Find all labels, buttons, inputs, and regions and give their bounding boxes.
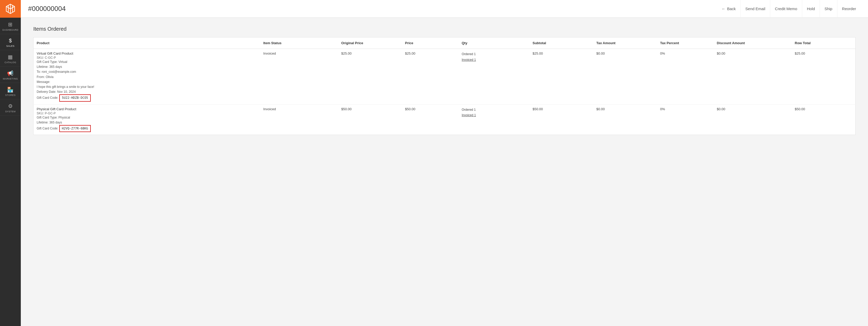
sidebar-item-catalog[interactable]: ▦ CATALOG [0,50,21,67]
sidebar-item-dashboard-label: DASHBOARD [2,29,19,31]
content-area: Items Ordered Product Item Status Origin… [21,18,868,326]
row-total-cell: $50.00 [792,104,855,135]
gift-card-code: H2VQ-Z77R-6BKG [59,125,91,132]
product-name: Physical Gift Card Product [37,107,257,111]
qty-cell: Ordered 1 Invoiced 1 [459,49,530,104]
reorder-button[interactable]: Reorder [837,0,861,18]
product-sku: SKU: C-GC-P [37,56,257,60]
col-header-subtotal: Subtotal [529,37,593,49]
col-header-discount-amount: Discount Amount [714,37,792,49]
sidebar-item-marketing[interactable]: 📢 MARKETING [0,67,21,83]
qty-ordered: Ordered 1 [462,52,527,57]
reorder-label: Reorder [842,6,856,11]
stores-icon: 🏪 [7,87,14,93]
col-header-price: Price [402,37,459,49]
col-header-tax-amount: Tax Amount [593,37,657,49]
product-detail: From: Olivia [37,75,257,79]
product-detail: To: roni_cost@example.com [37,69,257,74]
product-sku: SKU: P-GC-P [37,111,257,115]
discount-amount-cell: $0.00 [714,104,792,135]
status-badge: Invoiced [264,52,276,55]
sidebar-item-stores-label: STORES [5,94,16,96]
col-header-original-price: Original Price [338,37,402,49]
system-icon: ⚙ [8,103,13,109]
price-cell: $50.00 [402,104,459,135]
gift-card-code: 5U22-HDZB-DCO5 [59,94,91,101]
col-header-product: Product [34,37,260,49]
credit-memo-button[interactable]: Credit Memo [770,0,802,18]
gift-code-row: Gift Card Code: 5U22-HDZB-DCO5 [37,94,257,101]
back-arrow-icon: ← [722,6,725,11]
topbar: #000000004 ← Back Send Email Credit Memo… [21,0,868,18]
ship-label: Ship [825,6,832,11]
sidebar-item-sales-label: SALES [6,45,14,47]
product-detail: Gift Card Type: Virtual [37,60,257,64]
qty-cell: Ordered 1 Invoiced 1 [459,104,530,135]
tax-percent-cell: 0% [657,104,714,135]
sidebar-item-marketing-label: MARKETING [3,77,18,80]
col-header-row-total: Row Total [792,37,855,49]
credit-memo-label: Credit Memo [775,6,797,11]
discount-amount-cell: $0.00 [714,49,792,104]
sidebar-item-sales[interactable]: $ SALES [0,34,21,50]
col-header-tax-percent: Tax Percent [657,37,714,49]
sidebar: ⊞ DASHBOARD $ SALES ▦ CATALOG 📢 MARKETIN… [0,0,21,326]
hold-button[interactable]: Hold [802,0,819,18]
sidebar-item-catalog-label: CATALOG [4,61,16,64]
row-total-cell: $25.00 [792,49,855,104]
gift-code-row: Gift Card Code: H2VQ-Z77R-6BKG [37,125,257,132]
price-cell: $25.00 [402,49,459,104]
main-area: #000000004 ← Back Send Email Credit Memo… [21,0,868,326]
tax-percent-cell: 0% [657,49,714,104]
sidebar-item-system[interactable]: ⚙ SYSTEM [0,99,21,116]
product-detail: Lifetime: 365 days [37,64,257,69]
send-email-button[interactable]: Send Email [740,0,770,18]
back-button[interactable]: ← Back [717,0,740,18]
product-name: Virtual Gift Card Product [37,52,257,55]
status-badge: Invoiced [264,107,276,111]
col-header-qty: Qty [459,37,530,49]
items-ordered-title: Items Ordered [33,26,856,32]
table-row: Physical Gift Card Product SKU: P-GC-P G… [34,104,856,135]
product-cell: Virtual Gift Card Product SKU: C-GC-P Gi… [34,49,260,104]
sidebar-item-stores[interactable]: 🏪 STORES [0,83,21,99]
topbar-actions: ← Back Send Email Credit Memo Hold Ship … [717,0,861,18]
send-email-label: Send Email [745,6,765,11]
original-price-cell: $25.00 [338,49,402,104]
sidebar-item-system-label: SYSTEM [5,110,16,113]
product-detail: I hope this gift brings a smile to your … [37,85,257,90]
product-detail: Gift Card Type: Physical [37,115,257,120]
status-cell: Invoiced [260,49,338,104]
back-label: Back [727,6,736,11]
product-detail: Delivery Date: Nov 10, 2024 [37,90,257,94]
tax-amount-cell: $0.00 [593,104,657,135]
hold-label: Hold [807,6,815,11]
catalog-icon: ▦ [8,54,13,60]
items-ordered-table: Product Item Status Original Price Price… [33,37,856,135]
original-price-cell: $50.00 [338,104,402,135]
ship-button[interactable]: Ship [819,0,837,18]
marketing-icon: 📢 [7,70,14,76]
product-detail: Lifetime: 365 days [37,120,257,125]
qty-invoiced: Invoiced 1 [462,112,527,118]
page-title: #000000004 [28,5,717,13]
col-header-item-status: Item Status [260,37,338,49]
product-cell: Physical Gift Card Product SKU: P-GC-P G… [34,104,260,135]
subtotal-cell: $50.00 [529,104,593,135]
table-row: Virtual Gift Card Product SKU: C-GC-P Gi… [34,49,856,104]
sidebar-logo [0,0,21,18]
dashboard-icon: ⊞ [8,21,13,28]
subtotal-cell: $25.00 [529,49,593,104]
status-cell: Invoiced [260,104,338,135]
qty-invoiced: Invoiced 1 [462,57,527,63]
tax-amount-cell: $0.00 [593,49,657,104]
sidebar-item-dashboard[interactable]: ⊞ DASHBOARD [0,18,21,34]
sales-icon: $ [9,38,12,44]
qty-ordered: Ordered 1 [462,107,527,113]
product-detail: Message: [37,79,257,85]
